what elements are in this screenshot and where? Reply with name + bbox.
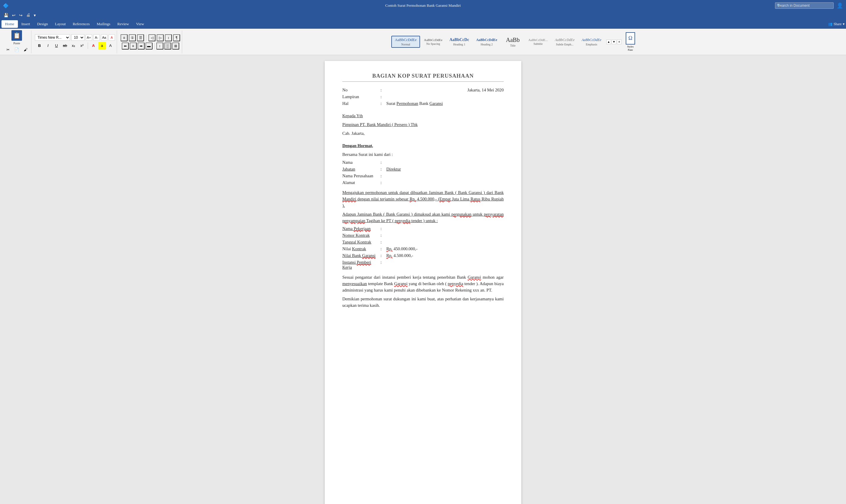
change-case-button[interactable]: Aa — [101, 34, 107, 41]
tab-references[interactable]: References — [69, 20, 93, 28]
shading-button[interactable]: A — [107, 42, 115, 50]
grow-font-button[interactable]: A+ — [86, 34, 92, 41]
tab-home[interactable]: Home — [1, 20, 18, 28]
borders-button[interactable]: ⊞ — [172, 42, 179, 50]
bullets-button[interactable]: ≡ — [121, 34, 127, 41]
clear-formatting-button[interactable]: A — [108, 34, 115, 41]
salutation-name: Pimpinan PT. Bank Mandiri ( Persero ) Tb… — [342, 121, 504, 128]
strikethrough-button[interactable]: ab — [61, 42, 69, 50]
share-button[interactable]: 👥 Share ▾ — [828, 22, 845, 26]
field-instansi-colon: : — [380, 260, 386, 270]
document-title: Contoh Surat Permohonan Bank Garansi Man… — [385, 3, 461, 8]
shading-para-button[interactable]: ░ — [164, 42, 171, 50]
field-lampiran-colon: : — [380, 94, 386, 99]
tab-view[interactable]: View — [133, 20, 148, 28]
tab-review[interactable]: Review — [114, 20, 133, 28]
align-right-button[interactable]: ➡ — [138, 42, 144, 50]
styles-scroll-down[interactable]: ▼ — [611, 39, 616, 44]
cut-button[interactable]: ✂ — [4, 46, 12, 54]
format-painter-button[interactable]: 🖌 — [22, 46, 29, 54]
quick-access-toolbar: 💾 ↩ ↪ 🖨 ▾ — [0, 11, 846, 19]
style-subtitle-preview: AaBbCcDdE... — [528, 38, 548, 42]
copy-button[interactable]: 📄 — [13, 46, 20, 54]
justify-button[interactable]: ▬ — [145, 42, 153, 50]
style-heading1[interactable]: AaBbCcDc Heading 1 — [446, 36, 472, 48]
paragraph3: Sesuai pengantar dari instansi pemberi k… — [342, 274, 504, 293]
header-divider — [342, 82, 504, 82]
document-page[interactable]: BAGIAN KOP SURAT PERUSAHAAN No : Lampira… — [325, 61, 521, 504]
styles-more[interactable]: ≡ — [617, 39, 622, 44]
style-emphasis[interactable]: AaBbCcDdEe Emphasis — [579, 36, 605, 48]
underline-button[interactable]: U — [53, 42, 61, 50]
ribbon: 📋 Paste ✂ 📄 🖌 Times New R... 10 A+ A- Aa… — [0, 29, 846, 55]
search-input[interactable] — [775, 2, 834, 9]
undo-button[interactable]: ↩ — [11, 12, 17, 18]
font-size-select[interactable]: 10 — [71, 34, 85, 41]
field-alamat-colon: : — [380, 180, 386, 185]
field-lampiran-value — [386, 94, 443, 99]
title-bar-left: 🔷 — [3, 3, 9, 8]
bold-button[interactable]: B — [36, 42, 44, 50]
align-center-button[interactable]: ≡ — [130, 42, 137, 50]
styles-pane-button[interactable]: Ω StylesPane — [624, 31, 636, 53]
multilevel-button[interactable]: ☰ — [137, 34, 144, 41]
field-nama-pekerjaan-colon: : — [380, 226, 386, 231]
highlight-button[interactable]: a — [98, 42, 106, 50]
subscript-button[interactable]: x₂ — [70, 42, 77, 50]
numbering-button[interactable]: ① — [129, 34, 136, 41]
letter-fields-left: No : Lampiran : Hal : Surat Permohonan B… — [342, 88, 443, 108]
line-spacing-button[interactable]: ↕ — [156, 42, 163, 50]
tab-insert[interactable]: Insert — [18, 20, 34, 28]
style-subtitle[interactable]: AaBbCcDdE... Subtitle — [525, 37, 551, 47]
user-icon: 👤 — [836, 2, 843, 9]
redo-button[interactable]: ↪ — [18, 12, 24, 18]
field-nilai-kontrak-value: Rp. 450.000.000,- — [386, 247, 504, 251]
align-left-button[interactable]: ⬅ — [122, 42, 129, 50]
italic-button[interactable]: I — [44, 42, 52, 50]
style-no-spacing[interactable]: AaBbCcDdEe No Spacing — [421, 37, 446, 47]
print-button[interactable]: 🖨 — [25, 12, 31, 18]
tab-design[interactable]: Design — [33, 20, 51, 28]
style-subtle-emphasis[interactable]: AaBbCcDdEe Subtle Emph... — [552, 36, 577, 48]
field-nilai-kontrak: Nilai Kontrak : Rp. 450.000.000,- — [342, 247, 504, 251]
field-nama-label: Nama — [342, 160, 380, 165]
style-no-spacing-label: No Spacing — [426, 42, 440, 46]
field-nilai-bank-garansi: Nilai Bank Garansi : Rp. 4.500.000,- — [342, 253, 504, 258]
style-title[interactable]: AaBb Title — [501, 35, 524, 49]
paste-button[interactable]: 📋 Paste — [12, 30, 22, 45]
show-formatting-button[interactable]: ¶ — [173, 34, 180, 41]
field-jabatan-colon: : — [380, 167, 386, 172]
word-icon: 🔷 — [3, 3, 9, 8]
styles-scroll-up[interactable]: ▲ — [606, 39, 611, 44]
font-family-select[interactable]: Times New R... — [35, 34, 70, 41]
field-tanggal-kontrak: Tanggal Kontrak : — [342, 240, 504, 245]
field-no-colon: : — [380, 88, 386, 93]
tab-mailings[interactable]: Mailings — [93, 20, 114, 28]
style-subtitle-label: Subtitle — [534, 42, 543, 46]
style-emphasis-preview: AaBbCcDdEe — [582, 38, 601, 42]
style-heading2[interactable]: AaBbCcDdEe Heading 2 — [473, 36, 500, 48]
contract-fields: Nama Pekerjaan : Nomor Kontrak : Tanggal… — [342, 226, 504, 270]
decrease-indent-button[interactable]: ◁ — [149, 34, 155, 41]
font-color-button[interactable]: A — [90, 42, 98, 50]
field-lampiran: Lampiran : — [342, 94, 443, 99]
customize-button[interactable]: ▾ — [33, 12, 37, 18]
tab-layout[interactable]: Layout — [51, 20, 69, 28]
style-normal[interactable]: AaBbCcDdEe Normal — [391, 36, 420, 48]
sort-button[interactable]: ↕ — [165, 34, 172, 41]
greeting-text: Dengan Hormat, — [342, 143, 373, 148]
document-area: BAGIAN KOP SURAT PERUSAHAAN No : Lampira… — [0, 55, 846, 504]
field-nama-pekerjaan-value — [386, 226, 504, 231]
font-group: Times New R... 10 A+ A- Aa A B I U ab x₂… — [33, 31, 117, 53]
superscript-button[interactable]: x² — [78, 42, 86, 50]
shrink-font-button[interactable]: A- — [93, 34, 100, 41]
increase-indent-button[interactable]: ▷ — [157, 34, 164, 41]
paragraph4: Demikian permohonan surat dukungan ini k… — [342, 296, 504, 309]
share-icon: 👥 — [828, 22, 832, 26]
opening-section: Dengan Hormat, Bersama Surat ini kami da… — [342, 142, 504, 158]
intro-text: Bersama Surat ini kami dari : — [342, 151, 504, 158]
paste-label: Paste — [13, 41, 20, 45]
save-button[interactable]: 💾 — [2, 12, 10, 18]
salutation-to: Kepada Yth — [342, 112, 504, 119]
paragraph1: Mengajukan permohonan untuk dapat dibuat… — [342, 189, 504, 209]
